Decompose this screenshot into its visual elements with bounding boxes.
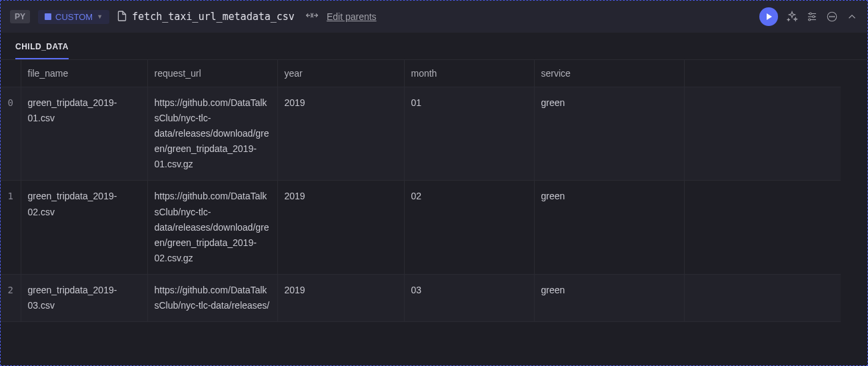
table-row[interactable]: 0green_tripdata_2019-01.csvhttps://githu… bbox=[1, 87, 841, 181]
cell-index: 1 bbox=[1, 181, 21, 274]
cell-month: 01 bbox=[404, 87, 534, 181]
cell-file-name: green_tripdata_2019-03.csv bbox=[21, 274, 147, 321]
cell-service: green bbox=[534, 274, 684, 321]
table-header-row: file_name request_url year month service bbox=[1, 60, 841, 87]
table-row[interactable]: 2green_tripdata_2019-03.csvhttps://githu… bbox=[1, 274, 841, 321]
column-year[interactable]: year bbox=[277, 60, 404, 87]
svg-point-4 bbox=[813, 16, 815, 18]
run-button[interactable] bbox=[759, 7, 778, 26]
column-index bbox=[1, 60, 21, 87]
cell-padding bbox=[684, 87, 841, 181]
cell-padding bbox=[684, 274, 841, 321]
cell-padding bbox=[684, 181, 841, 274]
ai-sparkle-button[interactable] bbox=[786, 11, 798, 23]
column-service[interactable]: service bbox=[534, 60, 684, 87]
header-actions bbox=[759, 7, 858, 26]
cell-service: green bbox=[534, 181, 684, 274]
svg-point-5 bbox=[809, 19, 811, 21]
block-type-badge[interactable]: CUSTOM ▼ bbox=[38, 10, 109, 24]
cell-index: 2 bbox=[1, 274, 21, 321]
collapse-button[interactable] bbox=[846, 11, 858, 23]
svg-point-8 bbox=[831, 16, 832, 17]
tab-bar: CHILD_DATA bbox=[1, 33, 867, 60]
file-name-label: fetch_taxi_url_metadata_csv bbox=[132, 11, 295, 23]
column-file-name[interactable]: file_name bbox=[21, 60, 147, 87]
chevron-down-icon: ▼ bbox=[97, 13, 103, 20]
svg-point-9 bbox=[833, 16, 834, 17]
edit-parents-link[interactable]: Edit parents bbox=[327, 11, 377, 22]
data-table: file_name request_url year month service… bbox=[1, 60, 841, 322]
table-body: 0green_tripdata_2019-01.csvhttps://githu… bbox=[1, 87, 841, 322]
cell-year: 2019 bbox=[277, 87, 404, 181]
column-padding bbox=[684, 60, 841, 87]
cell-index: 0 bbox=[1, 87, 21, 181]
square-icon bbox=[45, 13, 51, 20]
block-type-label: CUSTOM bbox=[55, 12, 93, 22]
cell-file-name: green_tripdata_2019-02.csv bbox=[21, 181, 147, 274]
cell-file-name: green_tripdata_2019-01.csv bbox=[21, 87, 147, 181]
cell-month: 03 bbox=[404, 274, 534, 321]
play-icon bbox=[767, 13, 772, 20]
cell-service: green bbox=[534, 87, 684, 181]
disconnect-icon[interactable] bbox=[305, 11, 319, 23]
cell-year: 2019 bbox=[277, 181, 404, 274]
table-container[interactable]: file_name request_url year month service… bbox=[1, 60, 867, 365]
svg-point-3 bbox=[809, 13, 811, 15]
svg-point-7 bbox=[829, 16, 830, 17]
file-title-section: fetch_taxi_url_metadata_csv bbox=[117, 11, 295, 23]
header-bar: PY CUSTOM ▼ fetch_taxi_url_metadata_csv … bbox=[1, 1, 867, 33]
column-request-url[interactable]: request_url bbox=[147, 60, 277, 87]
cell-request-url: https://github.com/DataTalksClub/nyc-tlc… bbox=[147, 274, 277, 321]
language-badge: PY bbox=[10, 10, 30, 23]
cell-request-url: https://github.com/DataTalksClub/nyc-tlc… bbox=[147, 87, 277, 181]
cell-year: 2019 bbox=[277, 274, 404, 321]
app-container: PY CUSTOM ▼ fetch_taxi_url_metadata_csv … bbox=[0, 0, 868, 366]
cell-month: 02 bbox=[404, 181, 534, 274]
column-month[interactable]: month bbox=[404, 60, 534, 87]
file-icon bbox=[117, 11, 127, 23]
cell-request-url: https://github.com/DataTalksClub/nyc-tlc… bbox=[147, 181, 277, 274]
settings-sliders-button[interactable] bbox=[806, 11, 818, 23]
tab-child-data[interactable]: CHILD_DATA bbox=[15, 42, 69, 59]
more-options-button[interactable] bbox=[826, 11, 838, 23]
table-row[interactable]: 1green_tripdata_2019-02.csvhttps://githu… bbox=[1, 181, 841, 274]
